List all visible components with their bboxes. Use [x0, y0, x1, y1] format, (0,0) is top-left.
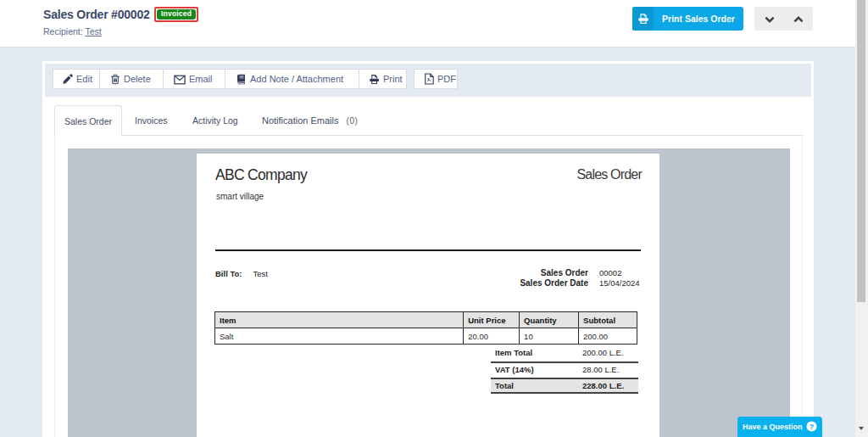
svg-text:?: ?	[810, 422, 814, 430]
